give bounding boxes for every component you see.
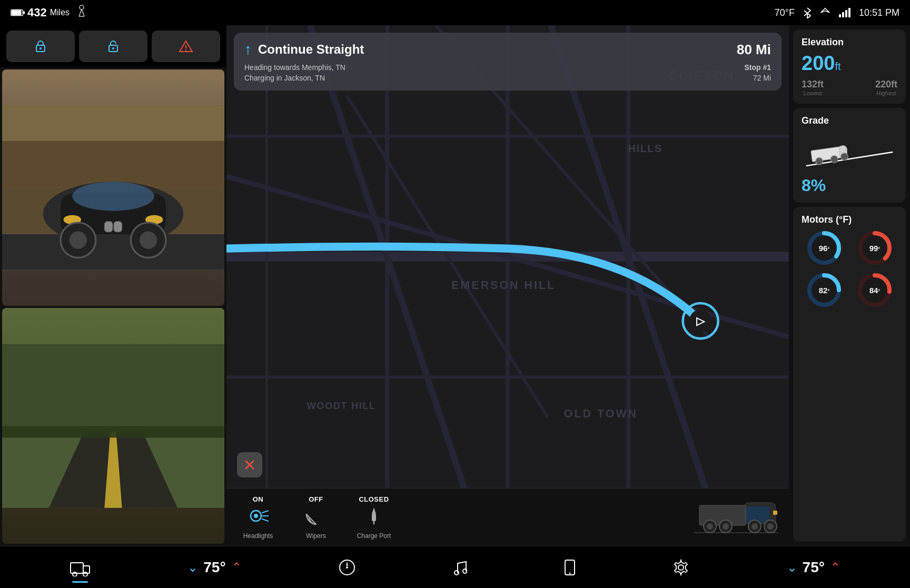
left-temp-control: ⌄ 75° ⌃ [187, 559, 241, 576]
motor-temp-1: 96° [819, 244, 830, 253]
signal-icon [839, 8, 850, 17]
svg-text:EMERSON HILL: EMERSON HILL [451, 279, 556, 292]
wipers-state: OFF [309, 495, 323, 503]
left-temp-down[interactable]: ⌄ [187, 560, 198, 575]
current-time: 10:51 PM [859, 7, 899, 18]
headlights-icon [248, 506, 269, 529]
charge-port-label: Charge Port [357, 532, 391, 540]
bluetooth-icon [803, 7, 812, 18]
motors-card: Motors (°F) 96° [793, 207, 906, 542]
grade-value: 8% [802, 176, 826, 195]
svg-point-71 [751, 523, 758, 530]
nav-truck[interactable] [70, 559, 91, 576]
left-temp-up[interactable]: ⌃ [231, 560, 242, 575]
motor-temp-4: 84° [869, 286, 881, 295]
svg-point-12 [185, 49, 186, 51]
headlights-state: ON [253, 495, 264, 503]
motor-gauge-4: 84° [852, 272, 897, 308]
headlights-status: ON Headlights [237, 495, 279, 540]
grade-visual [802, 134, 897, 171]
truck-nav-icon [70, 559, 91, 576]
elevation-unit: ft [835, 61, 840, 72]
nav-charging-distance: 72 Mi [753, 74, 771, 82]
nav-music[interactable] [452, 559, 467, 576]
svg-point-93 [346, 566, 348, 569]
nav-stop: Stop #1 [744, 63, 771, 72]
location-icon [820, 7, 830, 18]
music-nav-icon [452, 559, 467, 576]
map-view: CLIFTON HILLS EMERSON HILL OLD TOWN WOOD… [226, 25, 789, 488]
motor-gauge-1: 96° [802, 230, 847, 266]
front-camera-feed [2, 69, 224, 306]
right-panel: Elevation 200ft 132ft Lowest 220ft Highe… [789, 25, 910, 546]
grade-card: Grade 8% [793, 108, 906, 203]
svg-text:OLD TOWN: OLD TOWN [564, 407, 638, 420]
compass-nav-icon [339, 559, 355, 576]
svg-point-26 [70, 232, 87, 249]
main-content: CLIFTON HILLS EMERSON HILL OLD TOWN WOOD… [0, 25, 910, 546]
rear-camera-feed [2, 308, 224, 544]
svg-rect-62 [372, 514, 376, 521]
svg-point-27 [140, 232, 157, 249]
center-panel: CLIFTON HILLS EMERSON HILL OLD TOWN WOOD… [226, 25, 789, 546]
grade-title: Grade [802, 115, 829, 126]
svg-line-59 [262, 519, 269, 521]
wipers-label: Wipers [306, 532, 325, 540]
svg-point-72 [767, 523, 774, 530]
motors-title: Motors (°F) [802, 214, 897, 225]
navigation-card: ↑ Continue Straight 80 Mi Heading toward… [234, 33, 782, 91]
miles-value: 432 [27, 6, 47, 19]
svg-point-10 [112, 47, 114, 49]
elevation-card: Elevation 200ft 132ft Lowest 220ft Highe… [793, 29, 906, 104]
nav-charging-location: Charging in Jackson, TN [244, 74, 325, 82]
hazard-button[interactable] [152, 31, 220, 62]
map-close-button[interactable] [237, 452, 262, 477]
nav-settings[interactable] [672, 559, 689, 576]
charge-port-state: CLOSED [359, 495, 389, 503]
settings-nav-icon [672, 559, 689, 576]
lock-button[interactable] [6, 31, 75, 62]
unlock-button[interactable] [79, 31, 147, 62]
status-left: 432 Miles [11, 5, 87, 21]
svg-point-60 [254, 514, 258, 518]
elevation-value: 200 [802, 52, 835, 74]
seatbelt-icon [76, 5, 87, 21]
svg-rect-22 [104, 222, 113, 232]
right-temp-up[interactable]: ⌃ [830, 560, 840, 575]
status-right: 70°F 10:51 PM [775, 7, 899, 18]
left-panel [0, 25, 226, 546]
svg-line-57 [262, 511, 269, 513]
wipers-status: OFF Wipers [295, 495, 337, 540]
headlights-label: Headlights [243, 532, 273, 540]
right-temp-down[interactable]: ⌄ [787, 560, 797, 575]
nav-compass[interactable] [339, 559, 355, 576]
wipers-icon [305, 506, 327, 529]
nav-direction-arrow: ↑ [244, 41, 252, 58]
svg-point-97 [569, 572, 571, 574]
miles-unit: Miles [50, 8, 70, 17]
svg-point-98 [678, 565, 684, 570]
elevation-lowest: 132ft Lowest [802, 79, 824, 96]
nav-phone[interactable] [564, 559, 576, 576]
charge-port-status: CLOSED Charge Port [353, 495, 395, 540]
right-temp-control: ⌄ 75° ⌃ [787, 559, 840, 576]
svg-rect-15 [2, 141, 224, 187]
svg-point-77 [816, 158, 823, 165]
svg-point-19 [72, 182, 154, 211]
svg-rect-88 [71, 563, 83, 573]
motor-temp-3: 82° [819, 286, 830, 295]
vehicle-status-strip: ON Headlights OFF [226, 488, 789, 546]
svg-point-69 [707, 523, 713, 530]
motor-gauge-3: 82° [802, 272, 847, 308]
svg-text:HILLS: HILLS [628, 143, 662, 154]
svg-line-4 [79, 9, 82, 16]
svg-point-8 [39, 47, 42, 49]
charge-port-icon [365, 506, 382, 529]
status-bar: 432 Miles 70°F 1 [0, 0, 910, 25]
svg-text:WOODT HILL: WOODT HILL [307, 400, 376, 411]
motor-temp-2: 99° [869, 244, 881, 253]
svg-text:▷: ▷ [696, 315, 706, 327]
motors-grid: 96° 99° [802, 230, 897, 308]
svg-line-5 [82, 9, 84, 16]
svg-point-78 [831, 156, 838, 163]
